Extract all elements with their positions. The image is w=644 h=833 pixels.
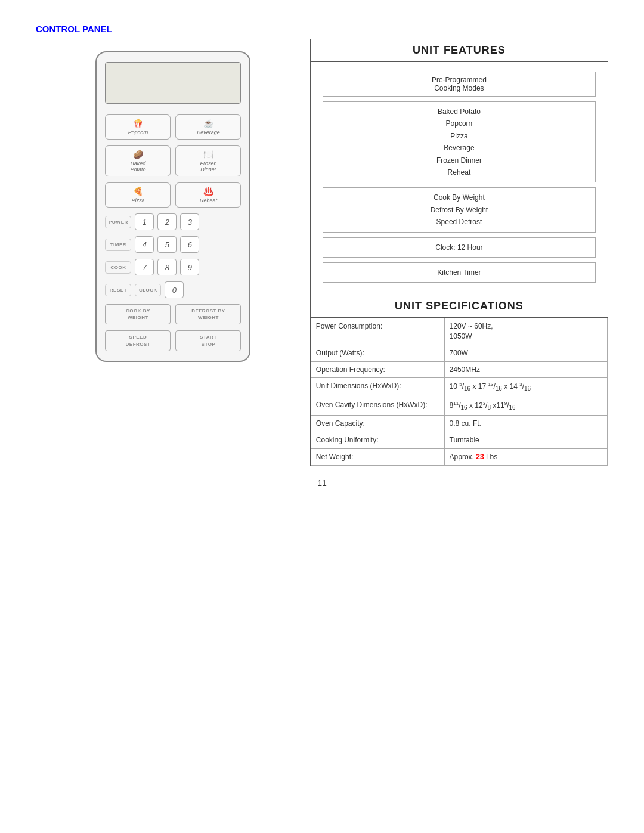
- cavity-dimensions-label: Oven Cavity Dimensions (HxWxD):: [311, 397, 444, 415]
- page-number: 11: [36, 478, 608, 488]
- pizza-label: Pizza: [131, 197, 144, 203]
- reheat-feature: Reheat: [329, 166, 589, 178]
- features-content: Pre-ProgrammedCooking Modes Baked Potato…: [311, 62, 608, 295]
- clock-feature-box: Clock: 12 Hour: [323, 237, 596, 258]
- cook-row: COOK 7 8 9: [105, 259, 241, 275]
- control-panel-heading: CONTROL PANEL: [36, 24, 608, 34]
- operation-freq-label: Operation Frequency:: [311, 361, 444, 378]
- clock-button[interactable]: CLOCK: [135, 284, 161, 296]
- food-row-3: 🍕 Pizza ♨️ Reheat: [105, 182, 241, 208]
- cook-button[interactable]: COOK: [105, 261, 131, 274]
- reheat-button[interactable]: ♨️ Reheat: [175, 182, 241, 208]
- reset-button[interactable]: RESET: [105, 284, 131, 296]
- oven-capacity-label: Oven Capacity:: [311, 416, 444, 432]
- pizza-feature: Pizza: [329, 130, 589, 142]
- frozen-dinner-button[interactable]: 🍽️ FrozenDinner: [175, 145, 241, 176]
- unit-features-title: UNIT FEATURES: [311, 39, 608, 62]
- popcorn-label: Popcorn: [128, 129, 148, 135]
- start-stop-button[interactable]: STARTSTOP: [175, 330, 241, 351]
- baked-potato-icon: 🥔: [133, 150, 143, 159]
- unit-dimensions-value: 10 5/16 x 17 13/16 x 14 3/16: [444, 378, 607, 397]
- kitchen-timer-feature-box: Kitchen Timer: [323, 262, 596, 283]
- unit-dimensions-label: Unit Dimensions (HxWxD):: [311, 378, 444, 397]
- defrost-by-weight-button[interactable]: DEFROST BYWEIGHT: [175, 304, 241, 324]
- clock-feature: Clock: 12 Hour: [329, 241, 589, 253]
- right-panel: UNIT FEATURES Pre-ProgrammedCooking Mode…: [311, 39, 608, 466]
- pizza-icon: 🍕: [133, 187, 143, 196]
- weight-modes-list: Cook By Weight Defrost By Weight Speed D…: [323, 187, 596, 232]
- oven-capacity-value: 0.8 cu. Ft.: [444, 416, 607, 432]
- output-watts-label: Output (Watts):: [311, 345, 444, 361]
- cooking-uniformity-value: Turntable: [444, 432, 607, 449]
- frozen-dinner-icon: 🍽️: [203, 150, 213, 159]
- table-row: Net Weight: Approx. 23 Lbs: [311, 448, 607, 465]
- frozen-dinner-label: FrozenDinner: [200, 160, 216, 172]
- reheat-label: Reheat: [200, 197, 217, 203]
- baked-potato-button[interactable]: 🥔 BakedPotato: [105, 145, 171, 176]
- num-2-button[interactable]: 2: [157, 213, 177, 230]
- net-weight-number: 23: [476, 453, 484, 461]
- output-watts-value: 700W: [444, 345, 607, 361]
- beverage-feature: Beverage: [329, 142, 589, 154]
- timer-row: TIMER 4 5 6: [105, 236, 241, 253]
- baked-potato-label: BakedPotato: [130, 160, 145, 172]
- baked-potato-feature: Baked Potato: [329, 106, 589, 117]
- reset-clock-row: RESET CLOCK 0: [105, 281, 241, 298]
- weight-row: COOK BYWEIGHT DEFROST BYWEIGHT: [105, 304, 241, 324]
- defrost-start-row: SPEEDDEFROST STARTSTOP: [105, 330, 241, 351]
- beverage-icon: ☕: [203, 119, 213, 128]
- cook-by-weight-feature: Cook By Weight: [329, 191, 589, 203]
- power-button[interactable]: POWER: [105, 216, 131, 228]
- food-modes-list: Baked Potato Popcorn Pizza Beverage Froz…: [323, 101, 596, 182]
- table-row: Unit Dimensions (HxWxD): 10 5/16 x 17 13…: [311, 378, 607, 397]
- table-row: Operation Frequency: 2450MHz: [311, 361, 607, 378]
- food-row-1: 🍿 Popcorn ☕ Beverage: [105, 114, 241, 140]
- power-consumption-label: Power Consumption:: [311, 318, 444, 345]
- frozen-dinner-feature: Frozen Dinner: [329, 154, 589, 166]
- unit-specs-section: UNIT SPECIFICATIONS Power Consumption: 1…: [311, 295, 608, 465]
- num-5-button[interactable]: 5: [157, 236, 177, 253]
- specs-table: Power Consumption: 120V ~ 60Hz,1050W Out…: [311, 318, 608, 465]
- num-4-button[interactable]: 4: [135, 236, 154, 253]
- popcorn-icon: 🍿: [133, 119, 143, 128]
- num-1-button[interactable]: 1: [135, 213, 154, 230]
- control-panel-diagram: 🍿 Popcorn ☕ Beverage 🥔 BakedPotato 🍽️ Fr…: [95, 51, 250, 362]
- display-screen: [105, 62, 241, 104]
- table-row: Cooking Uniformity: Turntable: [311, 432, 607, 449]
- cavity-dimensions-value: 811/16 x 123/8 x119/16: [444, 397, 607, 415]
- main-layout: 🍿 Popcorn ☕ Beverage 🥔 BakedPotato 🍽️ Fr…: [36, 39, 608, 466]
- left-panel: 🍿 Popcorn ☕ Beverage 🥔 BakedPotato 🍽️ Fr…: [36, 39, 311, 466]
- table-row: Oven Cavity Dimensions (HxWxD): 811/16 x…: [311, 397, 607, 415]
- pre-programmed-group: Pre-ProgrammedCooking Modes: [323, 72, 596, 97]
- unit-features-section: UNIT FEATURES Pre-ProgrammedCooking Mode…: [311, 39, 608, 295]
- num-6-button[interactable]: 6: [180, 236, 199, 253]
- num-9-button[interactable]: 9: [180, 259, 199, 275]
- table-row: Power Consumption: 120V ~ 60Hz,1050W: [311, 318, 607, 345]
- beverage-button[interactable]: ☕ Beverage: [175, 114, 241, 140]
- num-8-button[interactable]: 8: [157, 259, 177, 275]
- num-3-button[interactable]: 3: [180, 213, 199, 230]
- pre-programmed-header: Pre-ProgrammedCooking Modes: [329, 76, 589, 92]
- num-7-button[interactable]: 7: [135, 259, 154, 275]
- power-row: POWER 1 2 3: [105, 213, 241, 230]
- table-row: Output (Watts): 700W: [311, 345, 607, 361]
- timer-button[interactable]: TIMER: [105, 239, 131, 251]
- reheat-icon: ♨️: [203, 187, 213, 196]
- net-weight-label: Net Weight:: [311, 448, 444, 465]
- defrost-by-weight-feature: Defrost By Weight: [329, 204, 589, 216]
- food-row-2: 🥔 BakedPotato 🍽️ FrozenDinner: [105, 145, 241, 176]
- speed-defrost-button[interactable]: SPEEDDEFROST: [105, 330, 171, 351]
- popcorn-feature: Popcorn: [329, 117, 589, 129]
- num-0-button[interactable]: 0: [165, 281, 184, 298]
- operation-freq-value: 2450MHz: [444, 361, 607, 378]
- unit-specs-title: UNIT SPECIFICATIONS: [311, 295, 608, 318]
- net-weight-value: Approx. 23 Lbs: [444, 448, 607, 465]
- speed-defrost-feature: Speed Defrost: [329, 216, 589, 228]
- pizza-button[interactable]: 🍕 Pizza: [105, 182, 171, 208]
- kitchen-timer-feature: Kitchen Timer: [329, 267, 589, 278]
- power-consumption-value: 120V ~ 60Hz,1050W: [444, 318, 607, 345]
- popcorn-button[interactable]: 🍿 Popcorn: [105, 114, 171, 140]
- beverage-label: Beverage: [197, 129, 220, 135]
- cook-by-weight-button[interactable]: COOK BYWEIGHT: [105, 304, 171, 324]
- table-row: Oven Capacity: 0.8 cu. Ft.: [311, 416, 607, 432]
